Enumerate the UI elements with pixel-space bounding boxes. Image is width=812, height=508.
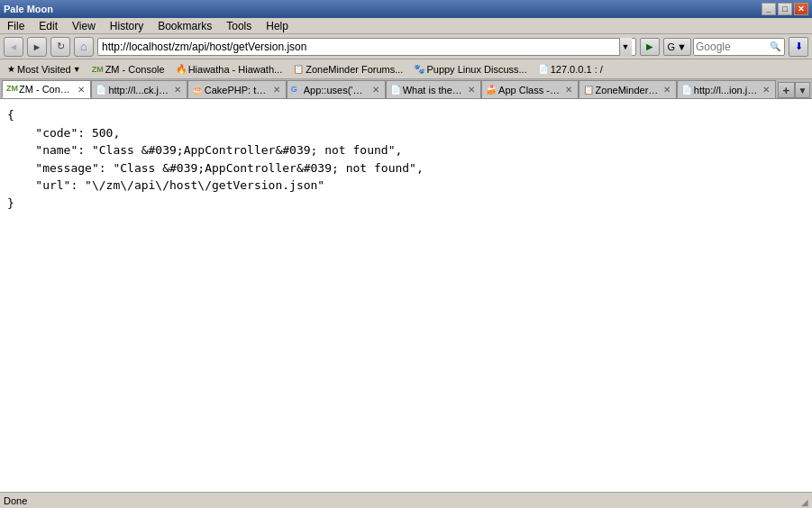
nav-bar: ◄ ► ↻ ⌂ ▼ ▶ G ▼ 🔍 ⬇ [0, 34, 812, 59]
address-bar: ▼ [97, 38, 636, 56]
tab-zoneminder-f-close[interactable]: ✕ [661, 85, 672, 95]
forward-button[interactable]: ► [27, 37, 47, 57]
tab-cakephp[interactable]: 🎂 CakePHP: the ... ✕ [187, 80, 287, 98]
tab-localhost-ck-json[interactable]: 📄 http://l...ck.json ✕ [91, 80, 187, 98]
new-tab-button[interactable]: + [778, 82, 795, 98]
title-bar-title: Pale Moon [4, 4, 53, 14]
menu-history[interactable]: History [106, 19, 147, 33]
browser-window: Pale Moon _ □ ✕ File Edit View History B… [0, 0, 812, 508]
reload-button[interactable]: ↻ [50, 37, 70, 57]
search-engine-dropdown-icon: ▼ [677, 41, 687, 52]
tab-what-is-p[interactable]: 📄 What is the p... ✕ [386, 80, 481, 98]
json-line-6: } [7, 195, 805, 213]
bookmark-most-visited[interactable]: ★ Most Visited ▼ [4, 63, 85, 76]
status-bar: Done ◢ [0, 492, 812, 508]
bookmark-zoneminder-forums-label: ZoneMinder Forums... [306, 64, 403, 75]
app-title: Pale Moon [4, 4, 53, 14]
tab-what-is-p-favicon: 📄 [390, 85, 401, 95]
bookmark-puppy-linux-label: Puppy Linux Discuss... [426, 64, 526, 75]
tab-app-class-label: App Class - 2.x [498, 85, 561, 95]
bookmarks-bar: ★ Most Visited ▼ ZM ZM - Console 🔥 Hiawa… [0, 59, 812, 79]
bookmark-most-visited-label: Most Visited [17, 64, 71, 75]
tab-cakephp-favicon: 🎂 [192, 85, 203, 95]
tab-what-is-p-close[interactable]: ✕ [466, 85, 477, 95]
go-button[interactable]: ▶ [640, 38, 660, 56]
menu-file[interactable]: File [4, 19, 28, 33]
title-bar: Pale Moon _ □ ✕ [0, 0, 812, 18]
back-button[interactable]: ◄ [4, 37, 23, 57]
tab-appuses-favicon: G [291, 85, 302, 95]
tab-list-button[interactable]: ▼ [795, 82, 810, 98]
home-button[interactable]: ⌂ [74, 37, 94, 57]
bookmark-zm-console[interactable]: ZM ZM - Console [88, 63, 169, 76]
tabs-bar: ZM ZM - Console ✕ 📄 http://l...ck.json ✕… [0, 79, 812, 99]
tab-zoneminder-f-favicon: 📋 [583, 85, 594, 95]
tab-localhost-ion-json[interactable]: 📄 http://l...ion.json ✕ [677, 80, 776, 98]
bookmark-zm-console-label: ZM - Console [105, 64, 165, 75]
menu-tools[interactable]: Tools [223, 19, 255, 33]
tab-appuses-label: App::uses('Ap... [304, 85, 369, 95]
json-line-3: "name": "Class &#039;AppController&#039;… [7, 141, 805, 159]
tab-app-class-favicon: 🍰 [486, 85, 497, 95]
bookmark-localhost-label: 127.0.0.1 : / [551, 64, 603, 75]
hiawatha-icon: 🔥 [176, 64, 187, 74]
search-engine-button[interactable]: G ▼ [663, 38, 691, 56]
tab-zm-console-close[interactable]: ✕ [76, 84, 87, 95]
tab-zm-console[interactable]: ZM ZM - Console ✕ [2, 80, 91, 98]
tab-ck-json-close[interactable]: ✕ [172, 85, 183, 95]
title-bar-controls: _ □ ✕ [762, 3, 808, 15]
address-dropdown-button[interactable]: ▼ [619, 38, 632, 56]
menu-help[interactable]: Help [262, 19, 292, 33]
close-button[interactable]: ✕ [794, 3, 808, 15]
tab-zm-console-label: ZM - Console [19, 84, 74, 95]
tab-ion-json-label: http://l...ion.json [694, 85, 759, 95]
tab-ck-json-label: http://l...ck.json [108, 85, 169, 95]
bookmark-localhost[interactable]: 📄 127.0.0.1 : / [534, 63, 607, 76]
most-visited-dropdown-icon: ▼ [73, 65, 81, 74]
bookmark-zoneminder-forums[interactable]: 📋 ZoneMinder Forums... [289, 63, 406, 76]
content-area: { "code": 500, "name": "Class &#039;AppC… [0, 99, 812, 492]
tab-ion-json-favicon: 📄 [681, 85, 692, 95]
tab-zm-favicon: ZM [6, 84, 17, 95]
bookmark-hiawatha[interactable]: 🔥 Hiawatha - Hiawath... [172, 63, 287, 76]
bookmark-hiawatha-label: Hiawatha - Hiawath... [188, 64, 283, 75]
tab-ion-json-close[interactable]: ✕ [761, 85, 771, 95]
tab-cakephp-label: CakePHP: the ... [205, 85, 269, 95]
tab-app-class[interactable]: 🍰 App Class - 2.x ✕ [481, 80, 579, 98]
search-bar: G ▼ 🔍 [663, 38, 785, 56]
search-go-button[interactable]: 🔍 [768, 39, 782, 55]
address-input[interactable] [102, 41, 619, 53]
zm-favicon: ZM [92, 65, 104, 74]
json-line-5: "url": "\/zm\/api\/host\/getVersion.json… [7, 177, 805, 195]
search-input-wrap: 🔍 [693, 38, 785, 56]
status-text: Done [4, 495, 796, 506]
localhost-icon: 📄 [538, 64, 549, 74]
tab-ck-json-favicon: 📄 [96, 85, 106, 95]
menu-view[interactable]: View [68, 19, 99, 33]
bookmark-puppy-linux[interactable]: 🐾 Puppy Linux Discuss... [410, 63, 530, 76]
tab-appuses[interactable]: G App::uses('Ap... ✕ [287, 80, 386, 98]
maximize-button[interactable]: □ [778, 3, 792, 15]
tab-app-class-close[interactable]: ✕ [563, 85, 574, 95]
download-button[interactable]: ⬇ [789, 37, 808, 57]
search-input[interactable] [696, 41, 768, 53]
menu-edit[interactable]: Edit [35, 19, 61, 33]
resize-handle[interactable]: ◢ [796, 494, 808, 507]
tab-appuses-close[interactable]: ✕ [370, 85, 381, 95]
menu-bar: File Edit View History Bookmarks Tools H… [0, 18, 812, 34]
json-line-2: "code": 500, [7, 124, 805, 142]
tab-zoneminder-f[interactable]: 📋 ZoneMinder F... ✕ [579, 80, 677, 98]
address-input-wrap: ▼ [97, 38, 636, 56]
minimize-button[interactable]: _ [762, 3, 776, 15]
json-line-4: "message": "Class &#039;AppController&#0… [7, 159, 805, 177]
puppy-linux-icon: 🐾 [414, 64, 424, 74]
star-icon: ★ [7, 64, 15, 74]
tab-cakephp-close[interactable]: ✕ [271, 85, 282, 95]
json-line-1: { [7, 106, 805, 124]
tab-what-is-p-label: What is the p... [403, 85, 464, 95]
tab-zoneminder-f-label: ZoneMinder F... [596, 85, 660, 95]
search-engine-label: G [668, 41, 676, 52]
menu-bookmarks[interactable]: Bookmarks [154, 19, 215, 33]
zoneminder-forums-icon: 📋 [293, 64, 304, 74]
